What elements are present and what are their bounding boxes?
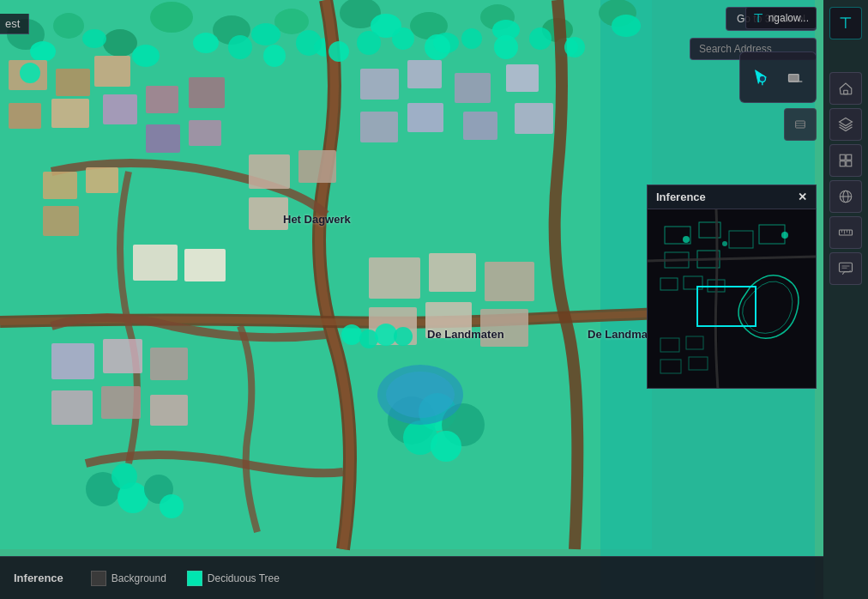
inference-header: Inference ✕: [647, 185, 817, 209]
svg-rect-54: [51, 390, 93, 425]
cursor-tool-button[interactable]: [745, 62, 776, 93]
svg-point-83: [394, 327, 413, 346]
svg-point-79: [431, 431, 461, 462]
svg-rect-40: [360, 69, 399, 100]
svg-point-80: [341, 324, 362, 345]
svg-rect-119: [847, 154, 852, 160]
chat-button[interactable]: [829, 252, 862, 285]
svg-rect-38: [86, 167, 118, 193]
legend-title: Inference: [14, 572, 63, 584]
svg-rect-30: [103, 94, 137, 124]
svg-rect-55: [101, 386, 141, 419]
svg-rect-116: [844, 90, 848, 94]
svg-rect-49: [298, 150, 336, 183]
cursor-tool-box: [739, 51, 817, 103]
top-left-label: est: [0, 14, 29, 34]
legend-color-background: [91, 571, 106, 586]
svg-rect-35: [133, 245, 178, 281]
svg-rect-42: [455, 73, 491, 103]
svg-point-72: [494, 35, 518, 59]
svg-rect-118: [840, 154, 845, 160]
svg-rect-36: [184, 249, 226, 281]
tool-panel: [739, 51, 817, 141]
svg-rect-98: [648, 209, 817, 389]
svg-point-82: [375, 324, 397, 346]
filter-icon: ⊤: [753, 11, 763, 25]
svg-point-18: [251, 23, 280, 45]
inference-close-button[interactable]: ✕: [798, 191, 807, 203]
svg-rect-56: [150, 395, 188, 426]
bungalow-label: ngalow...: [769, 12, 809, 24]
svg-rect-39: [43, 206, 79, 236]
layers-button[interactable]: [829, 108, 862, 141]
svg-point-15: [82, 29, 106, 48]
svg-rect-61: [425, 302, 472, 338]
svg-rect-52: [103, 339, 142, 373]
svg-rect-34: [189, 120, 221, 146]
svg-point-71: [461, 28, 482, 49]
bungalow-tag: ⊤ ngalow...: [745, 7, 817, 29]
svg-point-8: [274, 9, 309, 34]
svg-rect-43: [506, 64, 539, 92]
svg-rect-41: [407, 60, 442, 88]
svg-point-17: [193, 33, 219, 53]
filter-button[interactable]: ⊤: [829, 7, 862, 39]
layers-extra-button[interactable]: [784, 108, 817, 141]
svg-rect-27: [94, 56, 130, 87]
svg-marker-117: [840, 118, 853, 126]
svg-point-70: [425, 34, 450, 60]
bottom-legend: Inference Background Deciduous Tree: [0, 556, 823, 599]
svg-point-64: [228, 35, 252, 59]
svg-rect-120: [840, 161, 845, 166]
svg-point-16: [132, 45, 160, 67]
svg-rect-121: [847, 161, 852, 166]
right-panel: ⊤: [823, 0, 868, 599]
svg-point-90: [386, 372, 455, 418]
svg-rect-32: [189, 77, 225, 108]
svg-rect-59: [485, 262, 534, 301]
svg-rect-33: [146, 124, 180, 153]
inference-title: Inference: [656, 191, 706, 203]
svg-point-74: [564, 37, 585, 57]
svg-point-67: [329, 41, 349, 62]
svg-point-68: [357, 31, 381, 55]
legend-color-deciduous-tree: [187, 571, 202, 586]
home-button[interactable]: [829, 72, 862, 105]
svg-point-86: [112, 463, 137, 489]
svg-point-24: [612, 15, 641, 37]
svg-point-4: [53, 13, 84, 39]
globe-button[interactable]: [829, 180, 862, 213]
inference-minimap[interactable]: [647, 209, 817, 389]
measure-button[interactable]: [829, 216, 862, 249]
svg-rect-47: [515, 103, 553, 134]
legend-item-deciduous-tree: Deciduous Tree: [187, 571, 280, 586]
svg-point-91: [759, 76, 765, 82]
svg-rect-130: [840, 263, 853, 272]
svg-rect-28: [9, 103, 41, 129]
svg-point-107: [781, 232, 788, 239]
svg-rect-37: [43, 172, 77, 199]
legend-label-deciduous-tree: Deciduous Tree: [208, 572, 280, 584]
legend-item-background: Background: [91, 571, 166, 586]
svg-point-65: [263, 45, 286, 67]
svg-rect-45: [407, 103, 443, 132]
svg-point-6: [150, 2, 193, 33]
svg-rect-26: [56, 69, 90, 96]
grid-button[interactable]: [829, 144, 862, 177]
svg-rect-51: [51, 343, 94, 379]
erase-tool-button[interactable]: [780, 62, 811, 93]
svg-point-73: [529, 27, 552, 50]
svg-point-106: [722, 241, 727, 246]
svg-rect-57: [369, 257, 420, 299]
legend-label-background: Background: [112, 572, 166, 584]
svg-point-63: [20, 63, 40, 83]
svg-point-14: [30, 41, 56, 62]
svg-point-5: [103, 29, 137, 57]
svg-rect-29: [51, 99, 89, 128]
svg-rect-44: [360, 112, 398, 142]
svg-rect-93: [789, 75, 799, 82]
inference-panel: Inference ✕: [647, 185, 817, 389]
svg-rect-46: [463, 112, 497, 140]
svg-rect-58: [429, 253, 476, 292]
svg-rect-125: [840, 230, 853, 235]
